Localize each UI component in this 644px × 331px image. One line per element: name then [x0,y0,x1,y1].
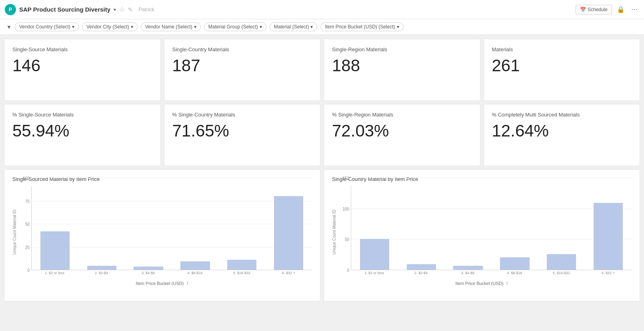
bar-rect [274,196,303,270]
user-name: Patrick [138,6,154,12]
kpi-label: Single-Source Materials [12,46,152,52]
kpi-card: % Single-Source Materials 55.94% [4,104,161,166]
bars-wrapper [31,186,312,270]
bar-rect [594,203,623,270]
chart1-plot: 02550751001. $2 or less2. $2-$43. $4-$84… [18,186,312,278]
bar-rect [134,267,163,270]
top-bar-right: 📅 Schedule 🔒 ⋯ [576,4,639,15]
chart-single-sourced: Single-Sourced Material by Item Price Un… [4,169,320,301]
kpi-card: Single-Country Materials 187 [164,39,321,101]
bookmark-icon[interactable]: ☆ [119,6,125,13]
kpi-card: % Single-Region Materials 72.03% [324,104,480,166]
bar-x-label: 4. $8-$16 [491,271,538,278]
kpi-value: 12.64% [492,122,632,139]
filter-chip-material-group[interactable]: Material Group (Select)▾ [204,22,266,31]
bar-group [125,186,172,270]
top-bar: P SAP Product Sourcing Diversity ▾ ☆ ✎ P… [0,0,644,19]
filter-chip-vendor-country[interactable]: Vendor Country (Select)▾ [15,22,79,31]
kpi-label: Single-Region Materials [332,46,472,52]
filter-bar: ▼ Vendor Country (Select)▾ Vendor City (… [0,19,644,35]
bar-x-label: 2. $2-$4 [398,271,444,278]
bars-wrapper [351,186,632,270]
kpi-label: % Completely Multi Sourced Materials [492,112,632,118]
bar-rect [227,260,256,270]
chart2-title: Single-Country Material by Item Price [332,176,632,182]
schedule-button[interactable]: 📅 Schedule [576,5,612,14]
kpi-label: Materials [492,46,632,52]
top-bar-left: P SAP Product Sourcing Diversity ▾ ☆ ✎ P… [5,4,154,15]
chart2-sort-icon[interactable]: ↑ [506,281,508,286]
chart1-x-label: Item Price Bucket (USD) ↑ [12,281,312,286]
bar-rect [360,239,389,270]
bar-rect [453,266,482,270]
bar-x-label: 2. $2-$4 [78,271,125,278]
bar-rect [547,254,576,270]
filter-chip-material[interactable]: Material (Select)▾ [270,22,317,31]
bar-group [538,186,585,270]
bar-rect [180,261,210,270]
filter-chip-item-price[interactable]: Item Price Bucket (USD) (Select)▾ [320,22,403,31]
kpi-value: 71.65% [172,122,312,139]
calendar-icon: 📅 [580,7,586,12]
kpi-label: % Single-Source Materials [12,112,152,118]
kpi-card: Single-Region Materials 188 [324,39,480,101]
kpi-card: % Completely Multi Sourced Materials 12.… [484,104,640,166]
edit-icon[interactable]: ✎ [128,6,133,13]
bar-x-label: 3. $4-$8 [125,271,172,278]
kpi-card: % Single-Country Materials 71.65% [164,104,321,166]
lock-button[interactable]: 🔒 [615,4,626,15]
bar-group [445,186,492,270]
bar-group [32,186,78,270]
bar-group [172,186,218,270]
bar-group [491,186,538,270]
chart1-y-label: Unique Count Material ID [12,186,17,278]
bar-x-label: 6. $32 + [585,271,632,278]
kpi-card: Materials 261 [484,39,640,101]
kpi-label: % Single-Region Materials [332,112,472,118]
kpi-value: 188 [332,57,472,74]
kpi-value: 72.03% [332,122,472,139]
bar-x-label: 1. $2 or less [351,271,398,278]
bar-group [78,186,125,270]
kpi-label: Single-Country Materials [172,46,312,52]
chart1-sort-icon[interactable]: ↑ [186,281,188,286]
filter-chip-vendor-name[interactable]: Vendor Name (Select)▾ [141,22,201,31]
bar-group [218,186,265,270]
kpi-row-1: Single-Source Materials 146 Single-Count… [4,39,640,101]
chart-single-country: Single-Country Material by Item Price Un… [324,169,640,301]
kpi-label: % Single-Country Materials [172,112,312,118]
bar-x-label: 5. $16-$32 [538,271,585,278]
bar-x-label: 5. $16-$32 [218,271,265,278]
bar-group [351,186,398,270]
kpi-value: 55.94% [12,122,152,139]
bar-x-label: 3. $4-$8 [444,271,491,278]
bar-rect [40,231,70,270]
kpi-value: 146 [12,57,152,74]
kpi-row-2: % Single-Source Materials 55.94% % Singl… [4,104,640,166]
bar-rect [87,266,116,270]
chart2-y-label: Unique Count Material ID [332,186,336,278]
kpi-value: 187 [172,57,312,74]
avatar: P [5,4,16,15]
dropdown-icon[interactable]: ▾ [114,7,116,12]
main-content: Single-Source Materials 146 Single-Count… [0,35,644,305]
bar-x-label: 1. $2 or less [31,271,78,278]
app-title: SAP Product Sourcing Diversity [19,6,110,13]
bar-x-label: 4. $8-$16 [172,271,218,278]
bar-group [265,186,312,270]
bar-group [398,186,445,270]
kpi-card: Single-Source Materials 146 [4,39,161,101]
bar-rect [407,264,436,270]
chart2-x-label: Item Price Bucket (USD) ↑ [332,281,632,286]
bar-rect [500,257,529,270]
filter-chip-vendor-city[interactable]: Vendor City (Select)▾ [82,22,138,31]
filter-icon: ▼ [6,24,12,30]
more-options-button[interactable]: ⋯ [630,4,639,15]
chart1-title: Single-Sourced Material by Item Price [12,176,312,182]
charts-row: Single-Sourced Material by Item Price Un… [4,169,640,301]
kpi-value: 261 [492,57,632,74]
bar-group [585,186,632,270]
bar-x-label: 6. $32 + [265,271,312,278]
chart2-plot: 0501001501. $2 or less2. $2-$43. $4-$84.… [338,186,632,278]
